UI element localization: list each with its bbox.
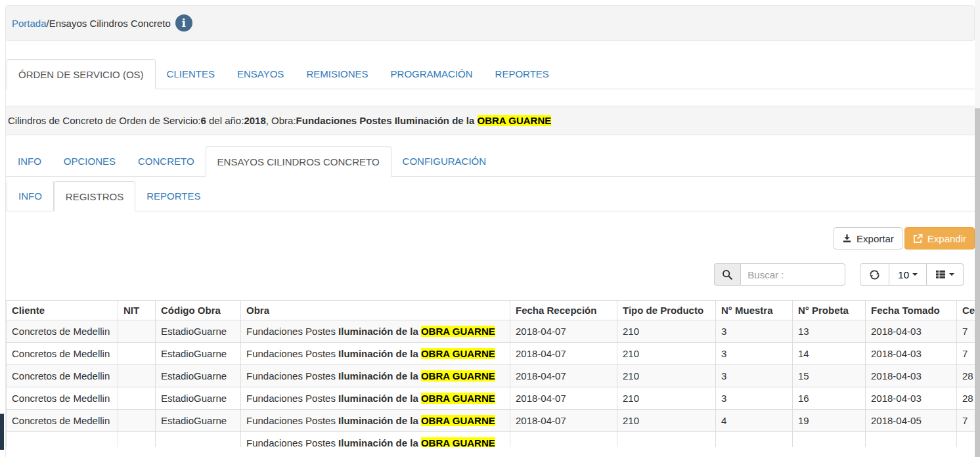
highlighted-text: OBRA GUARNE xyxy=(421,415,495,426)
cell-tipo-producto: 210 xyxy=(617,320,716,343)
caret-down-icon xyxy=(912,273,918,276)
tab-clientes[interactable]: CLIENTES xyxy=(156,59,226,89)
cell-fecha-tomado: 2018-04-05 xyxy=(866,410,957,432)
breadcrumb: Portada/Ensayos Cilindros Concreto i xyxy=(5,5,975,41)
tab-opciones[interactable]: OPCIONES xyxy=(53,146,127,177)
info-circle-icon[interactable]: i xyxy=(175,14,192,32)
records-table-wrap: ClienteNITCódigo ObraObraFecha Recepción… xyxy=(6,300,975,447)
column-header-nit[interactable]: NIT xyxy=(118,301,156,320)
refresh-button[interactable] xyxy=(860,263,889,286)
search-input[interactable] xyxy=(740,263,845,286)
cell-n-muestra: 3 xyxy=(716,320,793,343)
tab-programacion[interactable]: PROGRAMACIÓN xyxy=(380,59,484,89)
cell-col-c: 7 xyxy=(957,410,975,432)
tab-concreto[interactable]: CONCRETO xyxy=(127,146,206,177)
table-options-group: 10 xyxy=(860,263,964,286)
cell-codigo-obra xyxy=(156,432,241,448)
cell-cliente: Concretos de Medellin xyxy=(7,410,118,432)
cell-n-probeta xyxy=(793,432,866,448)
cell-n-muestra xyxy=(716,432,793,448)
highlighted-text: OBRA GUARNE xyxy=(421,348,495,359)
cell-n-probeta: 16 xyxy=(793,387,866,410)
highlighted-text: OBRA GUARNE xyxy=(421,370,495,381)
cell-nit xyxy=(118,365,156,387)
search-addon xyxy=(714,263,740,286)
breadcrumb-home-link[interactable]: Portada xyxy=(12,18,47,29)
tab-registros[interactable]: REGISTROS xyxy=(54,181,135,211)
th-list-icon xyxy=(935,269,946,280)
cell-nit xyxy=(118,410,156,432)
ensayos-tab-bar: INFOREGISTROSREPORTES xyxy=(5,181,975,211)
cell-codigo-obra: EstadioGuarne xyxy=(156,410,241,432)
text-segment: Iluminación de la xyxy=(338,437,421,447)
tab-ensayos[interactable]: ENSAYOS xyxy=(226,59,295,89)
cell-tipo-producto: 210 xyxy=(617,343,716,365)
text-segment: Fundaciones Postes xyxy=(246,437,338,447)
records-table: ClienteNITCódigo ObraObraFecha Recepción… xyxy=(6,300,975,447)
table-row: Concretos de MedellinEstadioGuarneFundac… xyxy=(7,343,975,365)
text-segment: Iluminación de la xyxy=(338,370,421,381)
breadcrumb-current: Ensayos Cilindros Concreto xyxy=(49,18,171,29)
cell-col-c: 28 xyxy=(957,365,975,387)
tab-reportes[interactable]: REPORTES xyxy=(135,181,212,211)
cell-n-probeta: 15 xyxy=(793,365,866,387)
cell-cliente: Concretos de Medellin xyxy=(7,343,118,365)
cell-obra-parts: Fundaciones Postes Iluminación de la OBR… xyxy=(241,320,510,343)
download-icon xyxy=(842,234,852,244)
cell-nit xyxy=(118,387,156,410)
cell-col-c: 7 xyxy=(957,320,975,343)
cell-col-c xyxy=(957,432,975,448)
tab-remisiones[interactable]: REMISIONES xyxy=(295,59,379,89)
main-tab-bar: ÓRDEN DE SERVICIO (OS)CLIENTESENSAYOSREM… xyxy=(5,59,975,89)
page-size-dropdown[interactable]: 10 xyxy=(889,263,927,286)
cell-cliente xyxy=(7,432,118,448)
highlighted-text: OBRA GUARNE xyxy=(421,393,495,404)
tab-info[interactable]: INFO xyxy=(7,181,54,211)
column-header-fecha-recepcion[interactable]: Fecha Recepción xyxy=(510,301,617,320)
refresh-icon xyxy=(869,269,880,280)
cell-nit xyxy=(118,432,156,448)
tab-orden-de-servicio-os[interactable]: ÓRDEN DE SERVICIO (OS) xyxy=(7,59,156,89)
column-header-n-probeta[interactable]: N° Probeta xyxy=(793,301,866,320)
cell-col-c: 7 xyxy=(957,343,975,365)
cell-nit xyxy=(118,343,156,365)
search-group xyxy=(714,263,845,286)
column-header-fecha-tomado[interactable]: Fecha Tomado xyxy=(866,301,957,320)
tab-configuracion[interactable]: CONFIGURACIÓN xyxy=(391,146,498,177)
table-controls-row: 10 xyxy=(5,263,975,286)
cell-n-muestra: 3 xyxy=(716,343,793,365)
highlighted-text: OBRA GUARNE xyxy=(421,437,495,447)
cell-fecha-tomado: 2018-04-03 xyxy=(866,365,957,387)
cell-fecha-tomado: 2018-04-03 xyxy=(866,387,957,410)
column-header-ce[interactable]: Ce xyxy=(957,301,975,320)
export-button-label: Exportar xyxy=(857,233,894,244)
text-segment: Iluminación de la xyxy=(338,393,421,404)
expand-button[interactable]: Expandir xyxy=(904,227,975,250)
cell-n-muestra: 3 xyxy=(716,387,793,410)
column-header-codigo-obra[interactable]: Código Obra xyxy=(156,301,241,320)
text-segment: Fundaciones Postes xyxy=(246,415,338,426)
cell-obra-parts: Fundaciones Postes Iluminación de la OBR… xyxy=(241,365,510,387)
column-header-tipo-de-producto[interactable]: Tipo de Producto xyxy=(617,301,716,320)
cell-codigo-obra: EstadioGuarne xyxy=(156,320,241,343)
scrollbar-thumb[interactable] xyxy=(975,108,980,457)
column-header-cliente[interactable]: Cliente xyxy=(7,301,118,320)
table-row: Concretos de MedellinEstadioGuarneFundac… xyxy=(7,387,975,410)
tab-info[interactable]: INFO xyxy=(7,146,53,177)
tab-reportes[interactable]: REPORTES xyxy=(484,59,560,89)
columns-dropdown[interactable] xyxy=(927,263,964,286)
tab-ensayos-cilindros-concreto[interactable]: ENSAYOS CILINDROS CONCRETO xyxy=(206,146,391,177)
cell-n-probeta: 19 xyxy=(793,410,866,432)
highlighted-text: OBRA GUARNE xyxy=(478,115,552,126)
cell-fecha-tomado: 2018-04-03 xyxy=(866,343,957,365)
table-row: Concretos de MedellinEstadioGuarneFundac… xyxy=(7,410,975,432)
search-icon xyxy=(722,269,733,280)
column-header-n-muestra[interactable]: N° Muestra xyxy=(716,301,793,320)
cell-n-probeta: 13 xyxy=(793,320,866,343)
external-link-icon xyxy=(913,234,923,244)
export-button[interactable]: Exportar xyxy=(834,227,902,250)
cell-n-muestra: 4 xyxy=(716,410,793,432)
text-segment: Fundaciones Postes xyxy=(246,348,338,359)
left-edge-accent xyxy=(0,414,4,450)
column-header-obra[interactable]: Obra xyxy=(241,301,510,320)
